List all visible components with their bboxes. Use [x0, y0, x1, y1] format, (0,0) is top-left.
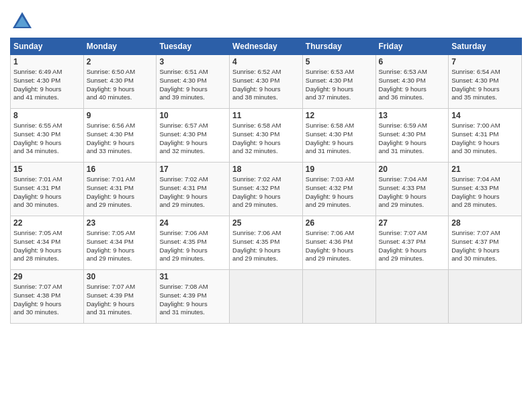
week-row-3: 15Sunrise: 7:01 AM Sunset: 4:31 PM Dayli…: [11, 163, 522, 216]
col-header-tuesday: Tuesday: [157, 38, 230, 55]
day-number: 15: [13, 165, 81, 174]
day-detail: Sunrise: 6:51 AM Sunset: 4:30 PM Dayligh…: [159, 68, 226, 102]
day-cell: 30Sunrise: 7:07 AM Sunset: 4:39 PM Dayli…: [83, 270, 157, 324]
day-number: 2: [87, 57, 154, 66]
day-detail: Sunrise: 6:50 AM Sunset: 4:30 PM Dayligh…: [87, 68, 154, 102]
day-detail: Sunrise: 7:06 AM Sunset: 4:36 PM Dayligh…: [306, 229, 373, 263]
day-cell: 2Sunrise: 6:50 AM Sunset: 4:30 PM Daylig…: [83, 55, 157, 109]
day-detail: Sunrise: 6:58 AM Sunset: 4:30 PM Dayligh…: [306, 122, 373, 156]
day-cell: 13Sunrise: 6:59 AM Sunset: 4:30 PM Dayli…: [375, 109, 449, 163]
day-detail: Sunrise: 7:04 AM Sunset: 4:33 PM Dayligh…: [451, 175, 519, 210]
col-header-saturday: Saturday: [449, 38, 522, 55]
day-detail: Sunrise: 6:55 AM Sunset: 4:30 PM Dayligh…: [13, 122, 81, 156]
day-number: 21: [451, 165, 519, 174]
day-detail: Sunrise: 6:52 AM Sunset: 4:30 PM Dayligh…: [232, 68, 300, 102]
day-cell: 1Sunrise: 6:49 AM Sunset: 4:30 PM Daylig…: [11, 55, 84, 109]
day-cell: 9Sunrise: 6:56 AM Sunset: 4:30 PM Daylig…: [83, 109, 157, 163]
day-number: 9: [87, 111, 154, 120]
day-detail: Sunrise: 7:05 AM Sunset: 4:34 PM Dayligh…: [87, 229, 154, 263]
day-detail: Sunrise: 7:08 AM Sunset: 4:39 PM Dayligh…: [159, 283, 226, 317]
day-number: 31: [159, 272, 226, 281]
day-detail: Sunrise: 7:05 AM Sunset: 4:34 PM Dayligh…: [13, 229, 81, 263]
day-detail: Sunrise: 7:06 AM Sunset: 4:35 PM Dayligh…: [159, 229, 226, 263]
day-cell: 15Sunrise: 7:01 AM Sunset: 4:31 PM Dayli…: [11, 163, 84, 216]
logo: [10, 7, 37, 34]
day-cell: 31Sunrise: 7:08 AM Sunset: 4:39 PM Dayli…: [157, 270, 230, 324]
day-number: 17: [159, 165, 226, 174]
day-number: 24: [159, 218, 226, 228]
week-row-5: 29Sunrise: 7:07 AM Sunset: 4:38 PM Dayli…: [11, 270, 522, 324]
day-cell: [302, 270, 375, 324]
day-detail: Sunrise: 7:07 AM Sunset: 4:38 PM Dayligh…: [13, 283, 81, 317]
header-row-days: SundayMondayTuesdayWednesdayThursdayFrid…: [11, 38, 522, 55]
day-detail: Sunrise: 7:06 AM Sunset: 4:35 PM Dayligh…: [232, 229, 300, 263]
day-cell: 28Sunrise: 7:07 AM Sunset: 4:37 PM Dayli…: [449, 216, 522, 270]
day-cell: 7Sunrise: 6:54 AM Sunset: 4:30 PM Daylig…: [449, 55, 522, 109]
day-number: 19: [306, 165, 373, 174]
day-detail: Sunrise: 6:54 AM Sunset: 4:30 PM Dayligh…: [451, 68, 519, 102]
day-number: 20: [379, 165, 446, 174]
day-number: 12: [306, 111, 373, 120]
day-detail: Sunrise: 6:56 AM Sunset: 4:30 PM Dayligh…: [87, 122, 154, 156]
day-detail: Sunrise: 7:02 AM Sunset: 4:32 PM Dayligh…: [232, 175, 300, 210]
day-cell: 3Sunrise: 6:51 AM Sunset: 4:30 PM Daylig…: [157, 55, 230, 109]
day-number: 23: [87, 218, 154, 228]
day-cell: [449, 270, 522, 324]
day-cell: 26Sunrise: 7:06 AM Sunset: 4:36 PM Dayli…: [302, 216, 375, 270]
day-number: 14: [451, 111, 519, 120]
week-row-4: 22Sunrise: 7:05 AM Sunset: 4:34 PM Dayli…: [11, 216, 522, 270]
day-number: 22: [13, 218, 81, 228]
day-number: 1: [13, 57, 81, 66]
day-detail: Sunrise: 6:57 AM Sunset: 4:30 PM Dayligh…: [159, 122, 226, 156]
week-row-1: 1Sunrise: 6:49 AM Sunset: 4:30 PM Daylig…: [11, 55, 522, 109]
day-detail: Sunrise: 6:59 AM Sunset: 4:30 PM Dayligh…: [379, 122, 446, 156]
header-row: [10, 7, 522, 34]
day-cell: 29Sunrise: 7:07 AM Sunset: 4:38 PM Dayli…: [11, 270, 84, 324]
day-cell: 19Sunrise: 7:03 AM Sunset: 4:32 PM Dayli…: [302, 163, 375, 216]
day-cell: 18Sunrise: 7:02 AM Sunset: 4:32 PM Dayli…: [230, 163, 303, 216]
day-cell: [375, 270, 449, 324]
col-header-friday: Friday: [375, 38, 449, 55]
day-number: 5: [306, 57, 373, 66]
day-cell: 8Sunrise: 6:55 AM Sunset: 4:30 PM Daylig…: [11, 109, 84, 163]
day-number: 29: [13, 272, 81, 281]
col-header-wednesday: Wednesday: [230, 38, 303, 55]
logo-icon: [10, 9, 34, 34]
day-detail: Sunrise: 7:01 AM Sunset: 4:31 PM Dayligh…: [87, 175, 154, 210]
day-cell: 20Sunrise: 7:04 AM Sunset: 4:33 PM Dayli…: [375, 163, 449, 216]
day-number: 11: [232, 111, 300, 120]
day-number: 10: [159, 111, 226, 120]
day-number: 8: [13, 111, 81, 120]
day-detail: Sunrise: 7:04 AM Sunset: 4:33 PM Dayligh…: [379, 175, 446, 210]
day-number: 27: [379, 218, 446, 228]
day-cell: 12Sunrise: 6:58 AM Sunset: 4:30 PM Dayli…: [302, 109, 375, 163]
day-cell: 22Sunrise: 7:05 AM Sunset: 4:34 PM Dayli…: [11, 216, 84, 270]
day-number: 30: [87, 272, 154, 281]
calendar-table: SundayMondayTuesdayWednesdayThursdayFrid…: [10, 38, 522, 324]
day-number: 28: [451, 218, 519, 228]
day-cell: 5Sunrise: 6:53 AM Sunset: 4:30 PM Daylig…: [302, 55, 375, 109]
day-detail: Sunrise: 7:01 AM Sunset: 4:31 PM Dayligh…: [13, 175, 81, 210]
day-cell: 10Sunrise: 6:57 AM Sunset: 4:30 PM Dayli…: [157, 109, 230, 163]
day-number: 25: [232, 218, 300, 228]
day-number: 26: [306, 218, 373, 228]
col-header-thursday: Thursday: [302, 38, 375, 55]
day-detail: Sunrise: 6:53 AM Sunset: 4:30 PM Dayligh…: [379, 68, 446, 102]
day-number: 4: [232, 57, 300, 66]
day-detail: Sunrise: 6:49 AM Sunset: 4:30 PM Dayligh…: [13, 68, 81, 102]
day-detail: Sunrise: 7:07 AM Sunset: 4:37 PM Dayligh…: [379, 229, 446, 263]
day-cell: 24Sunrise: 7:06 AM Sunset: 4:35 PM Dayli…: [157, 216, 230, 270]
day-cell: 11Sunrise: 6:58 AM Sunset: 4:30 PM Dayli…: [230, 109, 303, 163]
day-cell: 21Sunrise: 7:04 AM Sunset: 4:33 PM Dayli…: [449, 163, 522, 216]
calendar-container: SundayMondayTuesdayWednesdayThursdayFrid…: [0, 0, 532, 330]
day-cell: 17Sunrise: 7:02 AM Sunset: 4:31 PM Dayli…: [157, 163, 230, 216]
day-detail: Sunrise: 6:53 AM Sunset: 4:30 PM Dayligh…: [306, 68, 373, 102]
day-number: 13: [379, 111, 446, 120]
col-header-sunday: Sunday: [11, 38, 84, 55]
day-cell: 4Sunrise: 6:52 AM Sunset: 4:30 PM Daylig…: [230, 55, 303, 109]
day-detail: Sunrise: 7:03 AM Sunset: 4:32 PM Dayligh…: [306, 175, 373, 210]
day-cell: 25Sunrise: 7:06 AM Sunset: 4:35 PM Dayli…: [230, 216, 303, 270]
day-detail: Sunrise: 6:58 AM Sunset: 4:30 PM Dayligh…: [232, 122, 300, 156]
day-number: 3: [159, 57, 226, 66]
col-header-monday: Monday: [83, 38, 157, 55]
